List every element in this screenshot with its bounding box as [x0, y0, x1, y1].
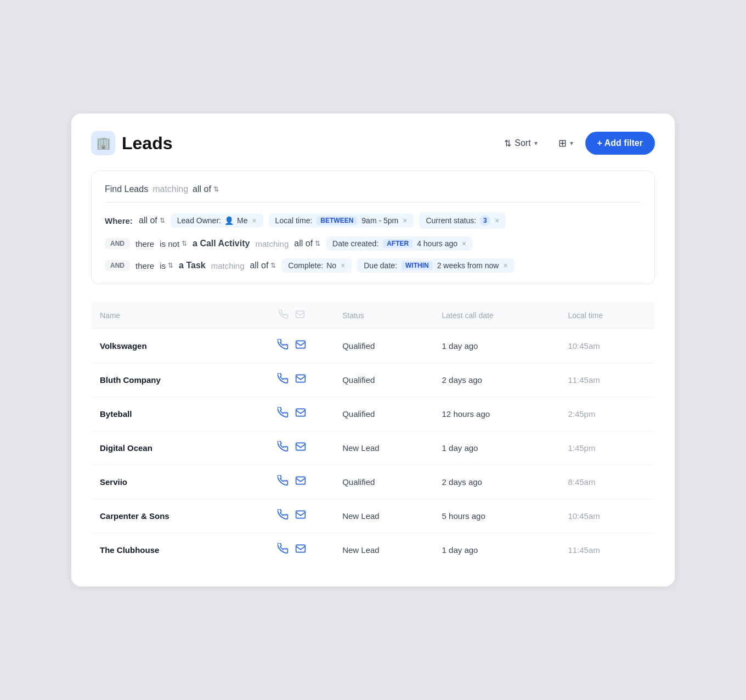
page-title: Leads — [122, 133, 172, 154]
there-label-2: there — [135, 261, 154, 270]
phone-icon[interactable] — [278, 407, 289, 421]
is-select[interactable]: is ⇅ — [160, 261, 173, 270]
row-local-time: 10:45am — [559, 499, 655, 533]
current-status-chip: Current status: 3 × — [419, 212, 506, 229]
phone-icon[interactable] — [278, 475, 289, 489]
phone-icon[interactable] — [278, 373, 289, 387]
row-local-time: 11:45am — [559, 533, 655, 567]
row-status: New Lead — [334, 431, 433, 465]
and-badge-2: AND — [105, 260, 130, 271]
complete-close[interactable]: × — [341, 261, 345, 270]
chevron-icon: ⇅ — [213, 185, 219, 193]
row-call-date: 1 day ago — [433, 329, 560, 363]
all-of-select[interactable]: all of ⇅ — [193, 184, 219, 194]
matching-label-2: matching — [255, 239, 289, 249]
lead-owner-chip: Lead Owner: 👤 Me × — [171, 213, 263, 228]
phone-icon[interactable] — [278, 509, 289, 523]
there-label-1: there — [135, 239, 154, 249]
call-activity-label: a Call Activity — [193, 239, 250, 249]
email-icon[interactable] — [295, 373, 306, 387]
filter-row-where: Where: all of ⇅ Lead Owner: 👤 Me × Local… — [105, 212, 641, 229]
sort-label: Sort — [515, 138, 530, 148]
email-icon[interactable] — [295, 509, 306, 523]
svg-rect-6 — [296, 511, 305, 518]
row-local-time: 10:45am — [559, 329, 655, 363]
due-date-value: 2 weeks from now — [437, 261, 499, 270]
svg-rect-7 — [296, 545, 305, 552]
and-badge-1: AND — [105, 238, 130, 249]
row-status: New Lead — [334, 499, 433, 533]
building-icon: 🏢 — [91, 131, 115, 155]
col-name: Name — [91, 302, 250, 329]
all-of-label: all of — [193, 184, 211, 194]
header: 🏢 Leads ⇅ Sort ▾ ⊞ ▾ + Add filter — [91, 131, 655, 155]
row-local-time: 1:45pm — [559, 431, 655, 465]
sort-button[interactable]: ⇅ Sort ▾ — [495, 134, 546, 153]
row-status: Qualified — [334, 465, 433, 499]
email-icon[interactable] — [295, 441, 306, 455]
row-actions — [250, 499, 334, 533]
row-status: Qualified — [334, 397, 433, 431]
sort-arrows-icon: ⇅ — [504, 138, 511, 149]
task-all-of-select[interactable]: all of ⇅ — [250, 261, 276, 270]
chip-label-local-time: Local time: — [275, 216, 313, 225]
add-filter-button[interactable]: + Add filter — [585, 132, 655, 155]
where-all-of-label: all of — [139, 216, 157, 225]
table-row[interactable]: Byteball Qualified 12 hours ago 2:45pm — [91, 397, 655, 431]
condition-label-2: is — [160, 261, 166, 270]
email-icon[interactable] — [295, 543, 306, 557]
columns-icon: ⊞ — [558, 137, 567, 149]
date-created-close[interactable]: × — [462, 239, 466, 248]
row-call-date: 2 days ago — [433, 363, 560, 397]
phone-icon[interactable] — [278, 543, 289, 557]
header-right: ⇅ Sort ▾ ⊞ ▾ + Add filter — [495, 132, 655, 155]
matching-label-3: matching — [211, 261, 245, 270]
lead-owner-icon: 👤 — [224, 216, 234, 225]
date-created-chip: Date created: AFTER 4 hours ago × — [326, 236, 473, 251]
row-name: Serviio — [91, 465, 250, 499]
local-time-close[interactable]: × — [403, 216, 407, 225]
due-date-close[interactable]: × — [503, 261, 507, 270]
status-count: 3 — [479, 215, 490, 226]
email-icon[interactable] — [295, 339, 306, 353]
table-row[interactable]: Serviio Qualified 2 days ago 8:45am — [91, 465, 655, 499]
row-actions — [250, 397, 334, 431]
lead-owner-close[interactable]: × — [252, 216, 256, 225]
row-actions — [250, 533, 334, 567]
filter-header: Find Leads matching all of ⇅ — [105, 184, 641, 202]
phone-icon[interactable] — [278, 441, 289, 455]
chevron-down-icon-2: ▾ — [570, 139, 573, 147]
chevron-icon-5: ⇅ — [168, 262, 173, 269]
table-row[interactable]: Digital Ocean New Lead 1 day ago 1:45pm — [91, 431, 655, 465]
col-actions — [250, 302, 334, 329]
matching-label: matching — [152, 184, 188, 194]
table-row[interactable]: The Clubhouse New Lead 1 day ago 11:45am — [91, 533, 655, 567]
date-created-value: 4 hours ago — [417, 239, 457, 248]
chip-label-date-created: Date created: — [332, 239, 378, 248]
call-all-of-select[interactable]: all of ⇅ — [294, 239, 320, 249]
table-header-row: Name Status Latest call date — [91, 302, 655, 329]
row-status: Qualified — [334, 363, 433, 397]
row-name: Byteball — [91, 397, 250, 431]
email-icon[interactable] — [295, 475, 306, 489]
row-actions — [250, 465, 334, 499]
is-not-select[interactable]: is not ⇅ — [160, 239, 187, 249]
row-actions — [250, 431, 334, 465]
row-call-date: 1 day ago — [433, 533, 560, 567]
filter-row-task: AND there is ⇅ a Task matching all of ⇅ … — [105, 258, 641, 273]
columns-button[interactable]: ⊞ ▾ — [552, 133, 580, 154]
phone-header-icon — [279, 309, 289, 321]
table-row[interactable]: Carpenter & Sons New Lead 5 hours ago 10… — [91, 499, 655, 533]
email-icon[interactable] — [295, 407, 306, 421]
table-row[interactable]: Volkswagen Qualified 1 day ago 10:45am — [91, 329, 655, 363]
chip-label-complete: Complete: — [288, 261, 323, 270]
phone-icon[interactable] — [278, 339, 289, 353]
chevron-icon-3: ⇅ — [182, 240, 187, 247]
row-call-date: 1 day ago — [433, 431, 560, 465]
svg-rect-5 — [296, 477, 305, 484]
where-all-of-select[interactable]: all of ⇅ — [139, 216, 165, 225]
row-name: Carpenter & Sons — [91, 499, 250, 533]
status-close[interactable]: × — [495, 216, 499, 225]
table-row[interactable]: Bluth Company Qualified 2 days ago 11:45… — [91, 363, 655, 397]
task-all-of-label: all of — [250, 261, 269, 270]
